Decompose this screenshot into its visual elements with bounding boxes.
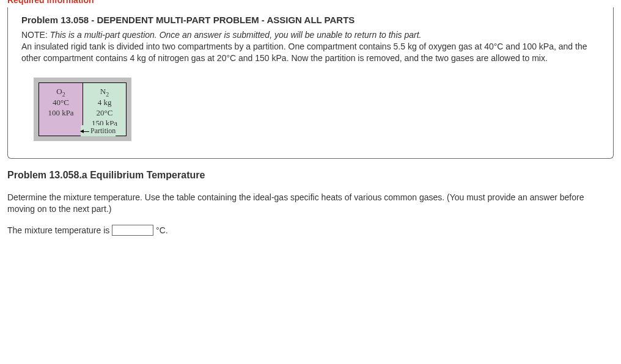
section-header: Required information: [7, 0, 614, 5]
note-italic: This is a multi-part question. Once an a…: [50, 30, 422, 40]
diagram: O2 40°C 100 kPa N2 4 kg 20°C 150 kPa Par…: [34, 78, 600, 141]
mixture-temperature-input[interactable]: [112, 225, 153, 236]
pressure-o2: 100 kPa: [39, 108, 83, 118]
sub-problem-title: Problem 13.058.a Equilibrium Temperature: [7, 170, 614, 181]
answer-prefix: The mixture temperature is: [7, 225, 112, 235]
question-text: Determine the mixture temperature. Use t…: [7, 192, 614, 215]
answer-unit: °C.: [153, 225, 168, 235]
compartment-n2: N2 4 kg 20°C 150 kPa Partition: [83, 82, 127, 136]
arrow-left-icon: [81, 131, 89, 132]
compartment-o2: O2 40°C 100 kPa: [39, 82, 83, 136]
note-label: NOTE:: [21, 30, 50, 40]
body-text: An insulated rigid tank is divided into …: [21, 41, 600, 64]
gas-n2: N2: [83, 87, 126, 98]
gas-o2: O2: [39, 87, 83, 98]
note-line: NOTE: This is a multi-part question. Onc…: [21, 30, 600, 40]
temp-n2: 20°C: [83, 108, 126, 118]
answer-line: The mixture temperature is °C.: [7, 225, 614, 236]
partition-label: Partition: [81, 125, 116, 136]
mass-n2: 4 kg: [83, 98, 126, 108]
problem-title: Problem 13.058 - DEPENDENT MULTI-PART PR…: [21, 15, 600, 25]
problem-box: Problem 13.058 - DEPENDENT MULTI-PART PR…: [7, 7, 614, 159]
temp-o2: 40°C: [39, 98, 83, 108]
